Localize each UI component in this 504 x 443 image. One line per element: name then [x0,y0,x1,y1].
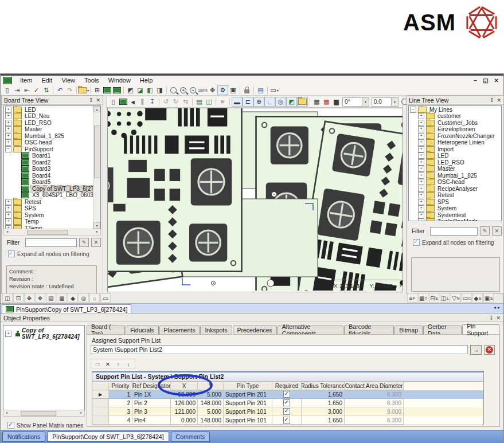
setup-center-icon[interactable]: ❖ [35,293,45,303]
tree-item[interactable]: −PinSupport [4,146,100,152]
flip-icon[interactable]: ⇆ [181,97,190,106]
lines-view-icon[interactable]: ◫L [440,293,450,303]
setup-tool-icon-2[interactable]: ◪ [135,86,145,95]
board-outline-icon[interactable]: ▬ [232,97,243,107]
confirm-icon[interactable]: ✓ [32,86,41,95]
expander-icon[interactable]: + [5,139,11,146]
cell-ref[interactable]: Pin 1X [132,390,171,399]
board-tree-hscrollbar[interactable]: ◂ ▸ [3,229,101,236]
setup-tool-icon-1[interactable]: ◩ [126,86,135,95]
gear-icon[interactable]: ⚙ [217,85,228,95]
minimize-button[interactable]: − [474,77,477,84]
component-layer-icon[interactable]: ◩ [286,97,297,107]
barcode-icon[interactable]: III [218,97,228,106]
tree-item[interactable]: +SPS [409,198,501,205]
speaker-icon[interactable]: ◄ [128,97,138,106]
close-panel-icon[interactable]: ✕ [496,315,501,321]
expander-icon[interactable]: + [5,107,11,113]
object-tree-hscrollbar[interactable]: ◂ ▸ [3,410,85,417]
rotate-cw-icon[interactable]: ↻ [171,97,181,106]
tree-item[interactable]: +LED_RSO [4,119,100,126]
expander-icon[interactable]: + [418,166,424,172]
tree-item[interactable]: +LED_Neu [4,113,100,120]
tree-item[interactable]: +Board1 [4,152,100,159]
tab-bitmap[interactable]: Bitmap [394,326,423,334]
tree-item[interactable]: +OSC-head [4,139,100,146]
menu-item[interactable]: Item [15,76,37,84]
board-tree-vscrollbar[interactable]: ▴ ▾ [93,106,100,229]
cell-type[interactable]: Support Pin 201 [224,399,272,407]
tab-inkspots[interactable]: Inkspots [200,326,232,334]
machine-view-icon[interactable]: ◆ [68,293,78,303]
station-config-icon[interactable]: ⊡ [13,293,24,303]
rosette-icon[interactable]: ◎ [275,97,286,107]
tree-item[interactable]: +Board5 [4,179,100,186]
tree-item[interactable]: +Copy of SWT_LP3_6[278424] [4,185,100,192]
cell-required[interactable] [272,416,302,425]
cell-radius[interactable]: 1.650 [302,416,345,425]
show-panel-matrix-checkbox[interactable] [7,422,14,429]
tab-placements[interactable]: Placements [159,326,200,334]
nozzles-view-icon[interactable]: ▽N [451,293,461,303]
report-icon[interactable]: ▤ [256,86,265,95]
expander-icon[interactable]: + [5,212,11,218]
cell-radius[interactable]: 3.000 [302,407,345,416]
expander-icon[interactable]: + [418,133,424,139]
column-header-x[interactable]: X [171,382,198,390]
tab-scroll-left-icon[interactable]: ◂ [494,305,496,310]
clear-filter-icon[interactable]: ✕ [91,238,101,247]
coords-dropdown-icon[interactable]: ▾ [400,284,401,288]
expander-icon[interactable]: + [418,179,424,185]
open-folder-icon[interactable]: ▾ [79,86,88,95]
scroll-down-icon[interactable]: ▾ [93,222,100,229]
vision-view-icon[interactable]: ◎ [79,293,89,303]
families-view-icon[interactable]: ≡F [407,293,417,303]
tree-item[interactable]: +FrozenNozzleChanger [409,132,501,139]
table-row[interactable]: ▶1Pin 1X50.0005.000Support Pin 2011.6506… [92,390,483,399]
cell-ref[interactable]: Pin4 [132,416,171,425]
row-selector[interactable] [92,407,109,416]
feeder-table-icon[interactable]: ▦ [57,293,67,303]
close-panel-icon[interactable]: ✕ [497,97,501,103]
cell-x[interactable]: 126.000 [171,399,198,407]
column-header-required[interactable]: Required [272,382,302,390]
tab-fiducials[interactable]: Fiducials [126,326,158,334]
pause-icon[interactable]: ∥ [138,97,147,106]
tab-precedences[interactable]: Precedences [233,326,277,334]
expander-icon[interactable]: + [418,205,424,211]
restore-button[interactable]: ◱ [483,77,488,84]
expander-icon[interactable]: + [418,173,424,179]
document-tab[interactable]: PinSupport\Copy of SWT_LP3_6[278424] [2,304,131,314]
required-checkbox[interactable] [283,399,290,406]
tree-item[interactable]: +Retest [4,198,100,205]
expand-nodes-checkbox[interactable] [8,250,15,257]
cell-type[interactable]: Support Pin 101 [224,416,272,425]
cell-priority[interactable]: 3 [109,407,132,416]
menu-window[interactable]: Window [104,76,135,84]
expander-icon[interactable]: + [418,218,424,221]
setup-tool-icon-4[interactable]: ◨ [155,86,165,95]
scroll-left-icon[interactable]: ◂ [4,229,10,234]
filter-input[interactable] [25,238,77,247]
tree-item[interactable]: +customer [409,113,501,120]
cell-priority[interactable]: 4 [109,416,132,425]
required-checkbox[interactable] [283,408,290,415]
assign-pin-list-button[interactable]: → [470,345,482,355]
cell-contact[interactable]: 6.300 [345,399,404,407]
expander-icon[interactable]: + [418,159,424,166]
table-row[interactable]: 4Pin40.000148.000Support Pin 1011.6506.3… [92,416,483,425]
pin-table-icon[interactable]: ▤ [194,97,204,106]
cell-required[interactable] [272,390,302,399]
tab-gerber-data[interactable]: Gerber Data [423,326,462,334]
expander-icon[interactable]: + [5,113,11,119]
tab-scroll-right-icon[interactable]: ▸ [498,305,500,310]
filter-input[interactable] [430,227,478,236]
menu-edit[interactable]: Edit [37,76,57,84]
board-error-icon[interactable]: ▦ [322,97,331,106]
component-view-icon[interactable]: ▤ [46,293,56,303]
column-header-y[interactable]: Y [198,382,224,390]
rotate-ccw-icon[interactable]: ↺ [161,97,171,106]
tree-item[interactable]: +System [4,211,100,218]
shapes-view-icon[interactable]: ⊟S [429,293,439,303]
zoom-100-icon[interactable]: 100% [198,86,208,95]
